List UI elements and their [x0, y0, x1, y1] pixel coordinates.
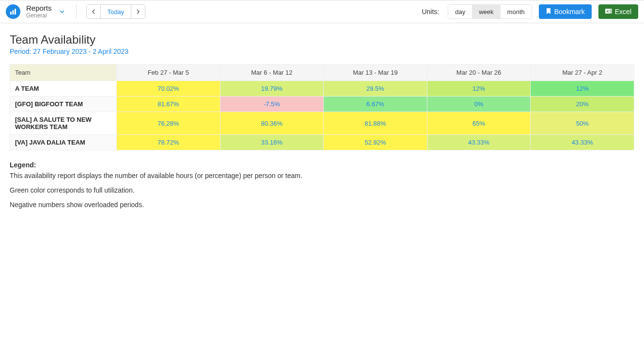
svg-rect-7: [610, 12, 612, 14]
header-col: Mar 27 - Apr 2: [531, 65, 634, 81]
header-col: Feb 27 - Mar 5: [117, 65, 220, 81]
value-cell: 6.67%: [324, 97, 427, 112]
value-cell: 43.33%: [427, 135, 531, 150]
units-label: Units:: [422, 8, 439, 16]
value-cell: 81.67%: [117, 97, 220, 112]
separator: [76, 4, 77, 19]
value-cell: 76.28%: [117, 112, 220, 135]
svg-rect-0: [10, 12, 12, 15]
svg-text:X: X: [606, 9, 609, 14]
team-name-cell: [SAL] A SALUTE TO NEW WORKERS TEAM: [10, 112, 117, 135]
svg-rect-2: [15, 9, 16, 15]
report-period: Period: 27 February 2023 - 2 April 2023: [10, 48, 634, 55]
team-name-cell: [VA] JAVA DALIA TEAM: [10, 135, 117, 150]
svg-rect-1: [13, 10, 14, 15]
header-col: Mar 6 - Mar 12: [220, 65, 324, 81]
svg-rect-6: [610, 10, 612, 12]
excel-button[interactable]: X Excel: [598, 4, 638, 19]
legend-line3: Negative numbers show overloaded periods…: [10, 201, 634, 209]
value-cell: 70.02%: [117, 81, 220, 97]
bookmark-button[interactable]: Bookmark: [539, 4, 592, 19]
table-header-row: Team Feb 27 - Mar 5Mar 6 - Mar 12Mar 13 …: [10, 65, 634, 81]
table-row: [VA] JAVA DALIA TEAM78.72%33.16%52.92%43…: [10, 135, 634, 150]
table-row: A TEAM70.02%19.79%29.5%12%12%: [10, 81, 634, 97]
header-col: Mar 13 - Mar 19: [324, 65, 427, 81]
legend-line2: Green color corresponds to full utilizat…: [10, 186, 634, 194]
team-name-cell: [GFO] BIGFOOT TEAM: [10, 97, 117, 112]
value-cell: 52.92%: [324, 135, 427, 150]
legend-title: Legend:: [10, 161, 634, 169]
header-col: Mar 20 - Mar 26: [427, 65, 531, 81]
value-cell: 19.79%: [220, 81, 324, 97]
value-cell: 12%: [427, 81, 531, 97]
value-cell: 43.33%: [531, 135, 634, 150]
units-week[interactable]: week: [472, 5, 500, 18]
bookmark-label: Bookmark: [554, 8, 585, 16]
value-cell: 81.88%: [324, 112, 427, 135]
units-day[interactable]: day: [448, 5, 472, 18]
chevron-down-icon[interactable]: [58, 8, 66, 16]
value-cell: 12%: [531, 81, 634, 97]
toolbar-left: Reports General Today: [6, 4, 145, 19]
reports-icon: [6, 4, 20, 19]
value-cell: -7.5%: [220, 97, 324, 112]
date-nav: Today: [86, 4, 146, 19]
report-title: Team Availability: [10, 33, 634, 47]
prev-button[interactable]: [87, 5, 100, 18]
units-month[interactable]: month: [501, 5, 532, 18]
legend: Legend: This availability report display…: [10, 161, 634, 209]
value-cell: 78.72%: [117, 135, 220, 150]
value-cell: 20%: [531, 97, 634, 112]
value-cell: 50%: [531, 112, 634, 135]
toolbar-right: Units: day week month Bookmark X Exc: [422, 4, 638, 19]
toolbar: Reports General Today Units: day week mo…: [0, 0, 644, 23]
value-cell: 0%: [427, 97, 531, 112]
excel-icon: X: [605, 8, 612, 16]
app-subtitle: General: [26, 13, 52, 19]
bookmark-icon: [546, 8, 551, 16]
today-button[interactable]: Today: [100, 5, 132, 18]
availability-table: Team Feb 27 - Mar 5Mar 6 - Mar 12Mar 13 …: [10, 64, 634, 150]
content: Team Availability Period: 27 February 20…: [0, 23, 644, 223]
app-title: Reports: [26, 4, 52, 13]
excel-label: Excel: [615, 8, 631, 16]
value-cell: 29.5%: [324, 81, 427, 97]
team-name-cell: A TEAM: [10, 81, 117, 97]
value-cell: 80.36%: [220, 112, 324, 135]
title-block: Reports General: [26, 4, 52, 19]
table-row: [SAL] A SALUTE TO NEW WORKERS TEAM76.28%…: [10, 112, 634, 135]
legend-line1: This availability report displays the nu…: [10, 172, 634, 179]
table-row: [GFO] BIGFOOT TEAM81.67%-7.5%6.67%0%20%: [10, 97, 634, 112]
next-button[interactable]: [131, 5, 145, 18]
value-cell: 65%: [427, 112, 531, 135]
header-team: Team: [10, 65, 117, 81]
value-cell: 33.16%: [220, 135, 324, 150]
units-group: day week month: [448, 4, 532, 19]
svg-rect-5: [610, 9, 612, 10]
